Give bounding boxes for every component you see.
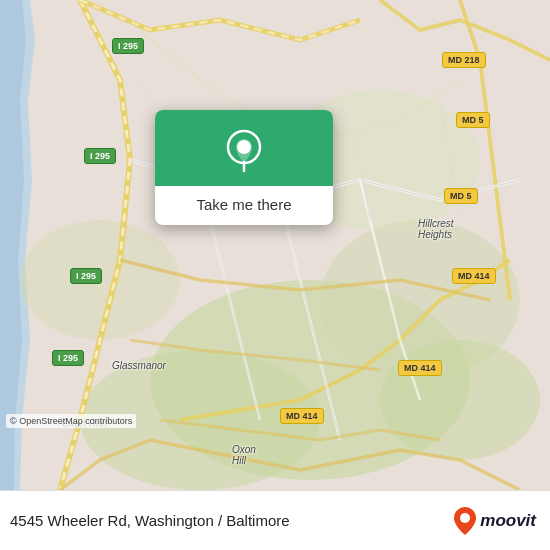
osm-credit: © OpenStreetMap contributors bbox=[6, 414, 136, 428]
moovit-brand-text: moovit bbox=[480, 511, 536, 531]
address-text: 4545 Wheeler Rd, Washington / Baltimore bbox=[10, 512, 290, 529]
take-me-there-label: Take me there bbox=[188, 186, 299, 225]
bottom-bar: 4545 Wheeler Rd, Washington / Baltimore … bbox=[0, 490, 550, 550]
moovit-logo: moovit bbox=[454, 507, 536, 535]
popup-icon-area bbox=[155, 110, 333, 186]
svg-point-9 bbox=[460, 513, 470, 523]
svg-point-5 bbox=[20, 220, 180, 340]
svg-point-4 bbox=[380, 340, 540, 460]
location-pin-icon bbox=[222, 128, 266, 172]
moovit-pin-icon bbox=[454, 507, 476, 535]
take-me-there-popup[interactable]: Take me there bbox=[155, 110, 333, 225]
map-view: I 295 I 295 I 295 I 295 MD 218 MD 5 MD 5… bbox=[0, 0, 550, 490]
